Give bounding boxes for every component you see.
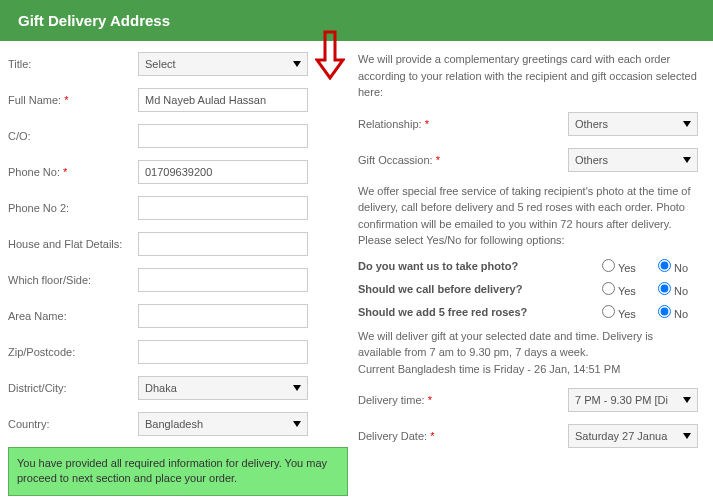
phone2-input[interactable] [138,196,308,220]
district-label: District/City: [8,382,138,394]
relationship-select[interactable]: Others [568,112,698,136]
intro-text: We will provide a complementary greeting… [358,51,698,101]
delivery-info: We will deliver gift at your selected da… [358,328,698,378]
floor-label: Which floor/Side: [8,274,138,286]
deliverydate-label: Delivery Date: * [358,430,478,442]
success-message: You have provided all required informati… [8,447,348,496]
house-input[interactable] [138,232,308,256]
header-title: Gift Delivery Address [18,12,170,29]
service-info: We offer special free service of taking … [358,183,698,249]
floor-input[interactable] [138,268,308,292]
left-column: Title: Select Full Name: * C/O: Phone No… [8,51,348,496]
fullname-input[interactable] [138,88,308,112]
fullname-label: Full Name: * [8,94,138,106]
photo-question: Do you want us to take photo? [358,260,602,272]
call-yes[interactable]: Yes [602,282,636,297]
deliverytime-select[interactable]: 7 PM - 9.30 PM [Di [568,388,698,412]
area-label: Area Name: [8,310,138,322]
roses-question: Should we add 5 free red roses? [358,306,602,318]
house-label: House and Flat Details: [8,238,138,250]
occasion-label: Gift Occassion: * [358,154,478,166]
call-question: Should we call before delivery? [358,283,602,295]
district-select[interactable]: Dhaka [138,376,308,400]
phone-label: Phone No: * [8,166,138,178]
deliverytime-label: Delivery time: * [358,394,478,406]
co-input[interactable] [138,124,308,148]
call-no[interactable]: No [658,282,688,297]
roses-no[interactable]: No [658,305,688,320]
photo-yes[interactable]: Yes [602,259,636,274]
title-select[interactable]: Select [138,52,308,76]
country-select[interactable]: Bangladesh [138,412,308,436]
right-column: We will provide a complementary greeting… [358,51,698,496]
form-header: Gift Delivery Address [0,0,713,41]
zip-input[interactable] [138,340,308,364]
country-label: Country: [8,418,138,430]
title-label: Title: [8,58,138,70]
zip-label: Zip/Postcode: [8,346,138,358]
co-label: C/O: [8,130,138,142]
phone-input[interactable] [138,160,308,184]
deliverydate-select[interactable]: Saturday 27 Janua [568,424,698,448]
photo-no[interactable]: No [658,259,688,274]
area-input[interactable] [138,304,308,328]
roses-yes[interactable]: Yes [602,305,636,320]
phone2-label: Phone No 2: [8,202,138,214]
occasion-select[interactable]: Others [568,148,698,172]
relationship-label: Relationship: * [358,118,478,130]
